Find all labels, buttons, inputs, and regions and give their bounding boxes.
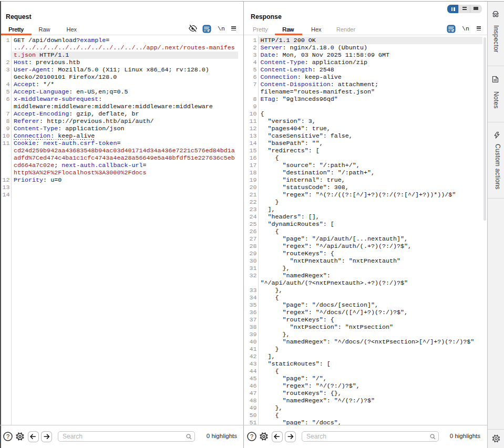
svg-text:?: ?	[250, 433, 253, 440]
svg-text:?: ?	[6, 433, 9, 440]
